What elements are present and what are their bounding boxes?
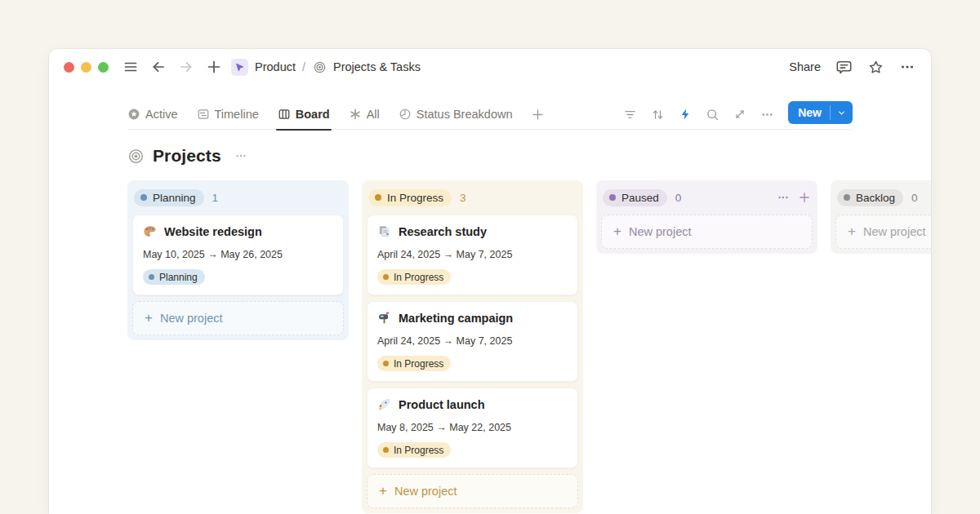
tab-active[interactable]: Active — [127, 104, 178, 124]
new-project-button[interactable]: + New project — [132, 301, 344, 335]
search-icon[interactable] — [706, 108, 719, 122]
column-backlog: Backlog 0 + New project — [831, 180, 931, 254]
close-window-button[interactable] — [64, 62, 74, 73]
card-title: Research study — [399, 225, 487, 238]
project-card[interactable]: Research study April 24, 2025 → May 7, 2… — [367, 215, 578, 295]
timeline-icon — [197, 108, 210, 121]
star-icon[interactable] — [866, 58, 884, 76]
card-list: Research study April 24, 2025 → May 7, 2… — [367, 215, 578, 468]
card-dates: April 24, 2025 → May 7, 2025 — [377, 249, 568, 260]
tab-status-breakdown[interactable]: Status Breakdown — [399, 104, 513, 124]
view-toolbar: New — [623, 104, 853, 124]
status-dot — [375, 194, 381, 201]
new-project-button[interactable]: + New project — [601, 215, 813, 249]
lightning-icon[interactable] — [679, 108, 692, 121]
new-project-button[interactable]: + New project — [367, 474, 578, 508]
title-more-icon[interactable] — [234, 149, 247, 162]
status-dot — [383, 274, 389, 280]
status-dot — [383, 447, 389, 453]
status-badge: Planning — [143, 269, 205, 285]
nav-controls — [122, 58, 223, 76]
sort-icon[interactable] — [651, 108, 665, 122]
new-project-label: New project — [394, 485, 457, 498]
comment-icon[interactable] — [835, 58, 853, 76]
status-label: Backlog — [856, 192, 895, 204]
breadcrumb-page[interactable]: Projects & Tasks — [333, 60, 421, 73]
tab-label: All — [367, 108, 380, 121]
status-label: Paused — [621, 192, 659, 204]
tab-label: Board — [296, 108, 330, 121]
forward-icon[interactable] — [177, 58, 195, 76]
status-dot — [383, 361, 389, 366]
status-dot — [609, 194, 616, 201]
palette-icon — [143, 224, 157, 238]
menu-icon[interactable] — [122, 58, 140, 76]
new-project-label: New project — [863, 225, 926, 238]
tab-all[interactable]: All — [349, 104, 380, 124]
clock-pie-icon — [399, 108, 412, 121]
mailbox-icon — [377, 311, 391, 325]
plus-icon: + — [379, 484, 387, 498]
new-project-label: New project — [629, 225, 692, 238]
new-button[interactable]: New — [788, 101, 853, 124]
status-pill[interactable]: Paused — [603, 189, 667, 206]
column-in-progress: In Progress 3 Research study April 24, 2… — [362, 180, 583, 513]
status-dot — [140, 194, 147, 201]
badge-label: In Progress — [394, 445, 443, 456]
tab-board[interactable]: Board — [278, 104, 330, 124]
view-tabs: Active Timeline Board All — [127, 104, 545, 124]
card-title: Website redesign — [164, 225, 262, 238]
tab-timeline[interactable]: Timeline — [197, 104, 259, 124]
tab-label: Status Breakdown — [416, 108, 513, 121]
breadcrumb: Product / Projects & Tasks — [231, 59, 421, 76]
new-button-label: New — [788, 101, 830, 124]
status-pill[interactable]: In Progress — [368, 189, 452, 206]
view-tabs-row: Active Timeline Board All — [127, 104, 853, 130]
more-icon[interactable] — [898, 58, 916, 76]
tab-label: Active — [145, 108, 178, 121]
new-tab-icon[interactable] — [205, 58, 223, 76]
plus-icon: + — [613, 224, 621, 238]
status-badge: In Progress — [377, 269, 451, 285]
minimize-window-button[interactable] — [81, 62, 91, 73]
card-dates: May 8, 2025 → May 22, 2025 — [377, 422, 568, 433]
status-pill[interactable]: Planning — [134, 189, 204, 206]
documents-icon — [377, 224, 391, 238]
project-card[interactable]: Product launch May 8, 2025 → May 22, 202… — [367, 388, 578, 468]
target-icon — [312, 60, 327, 74]
breadcrumb-separator: / — [302, 60, 305, 73]
column-more-icon[interactable] — [777, 191, 790, 204]
plus-icon: + — [848, 224, 856, 238]
status-badge: In Progress — [377, 356, 451, 371]
column-header: Backlog 0 — [835, 185, 931, 210]
plus-icon: + — [145, 311, 153, 325]
status-label: In Progress — [387, 192, 443, 204]
column-count: 0 — [911, 192, 918, 204]
breadcrumb-workspace[interactable]: Product — [255, 60, 296, 73]
chevron-down-icon[interactable] — [831, 101, 853, 124]
card-dates: May 10, 2025 → May 26, 2025 — [143, 249, 333, 260]
column-add-icon[interactable] — [798, 191, 811, 204]
project-card[interactable]: Marketing campaign April 24, 2025 → May … — [367, 301, 578, 382]
filter-icon[interactable] — [623, 108, 637, 122]
view-more-icon[interactable] — [760, 108, 774, 122]
status-dot — [149, 274, 154, 280]
workspace-icon[interactable] — [231, 59, 248, 76]
app-window: Product / Projects & Tasks Share — [49, 49, 931, 514]
back-icon[interactable] — [149, 58, 167, 76]
status-dot — [844, 194, 850, 201]
column-header: Planning 1 — [132, 185, 344, 210]
new-project-button[interactable]: + New project — [835, 215, 931, 249]
add-view-icon[interactable] — [531, 104, 545, 124]
status-pill[interactable]: Backlog — [837, 189, 903, 206]
column-count: 1 — [212, 192, 219, 204]
titlebar: Product / Projects & Tasks Share — [49, 49, 931, 85]
badge-label: In Progress — [394, 272, 443, 283]
project-card[interactable]: Website redesign May 10, 2025 → May 26, … — [132, 215, 344, 295]
board-title-row: Projects — [127, 143, 853, 169]
expand-icon[interactable] — [733, 108, 746, 121]
share-button[interactable]: Share — [789, 60, 821, 73]
zoom-window-button[interactable] — [98, 62, 109, 73]
window-controls — [64, 62, 109, 73]
rocket-icon — [377, 397, 391, 411]
